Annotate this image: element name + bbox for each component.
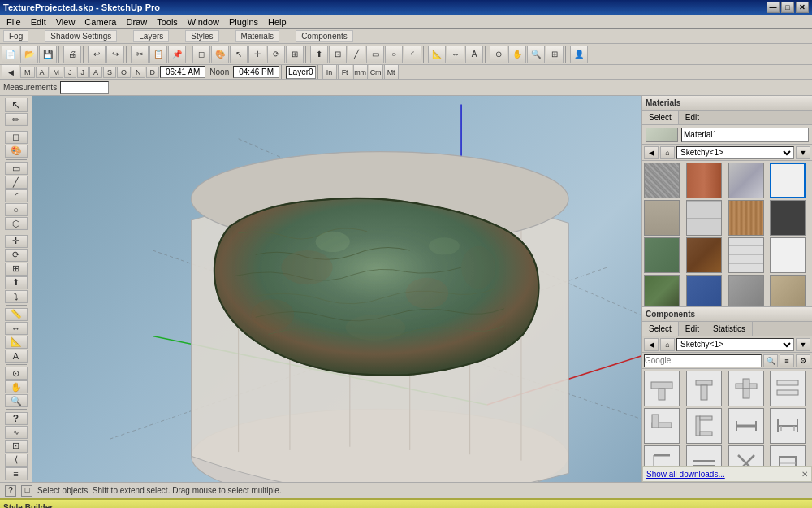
viewport[interactable] xyxy=(32,96,641,482)
texture-thumb-1[interactable] xyxy=(644,163,680,198)
dim-tool[interactable]: ↔ xyxy=(5,322,28,335)
components-tab-statistics[interactable]: Statistics xyxy=(706,322,753,336)
menu-camera[interactable]: Camera xyxy=(80,16,121,28)
comp-dropdown-btn[interactable]: ▼ xyxy=(796,338,810,351)
comp-nav-home[interactable]: ⌂ xyxy=(660,338,675,351)
fog-panel-label[interactable]: Fog xyxy=(3,30,28,42)
comp-thumb-5[interactable] xyxy=(644,408,680,444)
arc-tool[interactable]: ◜ xyxy=(5,189,28,202)
paste-button[interactable]: 📌 xyxy=(168,46,186,63)
undo-button[interactable]: ↩ xyxy=(88,46,106,63)
shadow-panel-label[interactable]: Shadow Settings xyxy=(45,30,117,42)
pushpull-tool[interactable]: ⬆ xyxy=(5,276,28,289)
group-icon[interactable]: ⊡ xyxy=(5,440,28,453)
measurements-input[interactable] xyxy=(60,81,109,94)
tape-button[interactable]: 📐 xyxy=(428,46,446,63)
materials-tab-edit[interactable]: Edit xyxy=(679,111,706,124)
menu-view[interactable]: View xyxy=(51,16,80,28)
copy-button[interactable]: 📋 xyxy=(149,46,167,63)
mm-btn[interactable]: mm xyxy=(353,65,368,80)
month-S[interactable]: S xyxy=(103,67,116,78)
month-D[interactable]: D xyxy=(146,67,160,78)
close-button[interactable]: ✕ xyxy=(796,2,809,13)
comp-thumb-11[interactable] xyxy=(728,445,764,466)
line-tool[interactable]: ╱ xyxy=(5,176,28,189)
cut-button[interactable]: ✂ xyxy=(131,46,149,63)
comp-settings-btn[interactable]: ⚙ xyxy=(796,354,810,367)
materials-nav-back[interactable]: ◀ xyxy=(644,146,659,159)
mt-btn[interactable]: Mt xyxy=(384,65,399,80)
move-tool[interactable]: ✛ xyxy=(5,235,28,248)
materials-nav-home[interactable]: ⌂ xyxy=(660,146,675,159)
texture-thumb-3[interactable] xyxy=(728,163,764,198)
print-button[interactable]: 🖨 xyxy=(63,46,81,63)
layer-select[interactable]: Layer0 xyxy=(286,66,316,79)
orbit-button[interactable]: ⊙ xyxy=(490,46,508,63)
material-name-input[interactable] xyxy=(681,128,809,142)
texture-thumb-11[interactable] xyxy=(728,237,764,273)
texture-thumb-16[interactable] xyxy=(770,275,806,306)
minimize-button[interactable]: — xyxy=(767,2,780,13)
status-help-icon[interactable]: ? xyxy=(5,485,16,497)
window-controls[interactable]: — □ ✕ xyxy=(767,2,809,13)
rect-tool[interactable]: ▭ xyxy=(5,162,28,175)
texture-thumb-6[interactable] xyxy=(686,200,722,236)
extra-icon[interactable]: ≡ xyxy=(5,467,28,480)
rect-button[interactable]: ▭ xyxy=(366,46,384,63)
follow-tool[interactable]: ⤵ xyxy=(5,290,28,303)
texture-thumb-8[interactable] xyxy=(770,200,806,236)
walkthrough-button[interactable]: 👤 xyxy=(570,46,588,63)
poly-tool[interactable]: ⬡ xyxy=(5,217,28,230)
zoom-tool[interactable]: 🔍 xyxy=(5,394,28,407)
comp-thumb-10[interactable] xyxy=(686,445,722,466)
components-tab-select[interactable]: Select xyxy=(642,322,679,336)
materials-nav-menu[interactable]: ▼ xyxy=(796,146,810,159)
ft-btn[interactable]: Ft xyxy=(338,65,352,80)
downloads-close[interactable]: ✕ xyxy=(801,470,808,479)
circle-tool[interactable]: ○ xyxy=(5,203,28,216)
menu-file[interactable]: File xyxy=(2,16,26,28)
texture-thumb-14[interactable] xyxy=(686,275,722,306)
texture-thumb-5[interactable] xyxy=(644,200,680,236)
pan-tool[interactable]: ✋ xyxy=(5,380,28,393)
comp-thumb-2[interactable] xyxy=(686,371,722,406)
protractor-tool[interactable]: 📐 xyxy=(5,336,28,349)
arc-button[interactable]: ◜ xyxy=(404,46,421,63)
comp-dropdown[interactable]: Sketchy<1> xyxy=(676,338,794,351)
comp-thumb-7[interactable] xyxy=(728,408,764,444)
rotate-button[interactable]: ⟳ xyxy=(267,46,285,63)
month-A2[interactable]: A xyxy=(89,67,102,78)
texture-thumb-9[interactable] xyxy=(644,237,680,273)
texture-thumb-13[interactable] xyxy=(644,275,680,306)
orbit-tool[interactable]: ⊙ xyxy=(5,367,28,380)
comp-thumb-9[interactable] xyxy=(644,445,680,466)
month-N[interactable]: N xyxy=(132,67,145,78)
rotate-tool2[interactable]: ⟳ xyxy=(5,249,28,262)
month-O[interactable]: O xyxy=(117,67,131,78)
month-A1[interactable]: A xyxy=(36,67,49,78)
tape-tool[interactable]: 📏 xyxy=(5,308,28,321)
components-tab-edit[interactable]: Edit xyxy=(679,322,706,336)
paint-button[interactable]: 🎨 xyxy=(211,46,229,63)
comp-thumb-1[interactable] xyxy=(644,371,680,406)
month-J1[interactable]: J xyxy=(64,67,76,78)
select-button[interactable]: ↖ xyxy=(230,46,248,63)
menu-window[interactable]: Window xyxy=(183,16,224,28)
texture-thumb-15[interactable] xyxy=(728,275,764,306)
unknown-icon[interactable]: ∿ xyxy=(5,426,28,439)
maximize-button[interactable]: □ xyxy=(781,2,794,13)
layers-panel-label[interactable]: Layers xyxy=(133,30,169,42)
open-button[interactable]: 📂 xyxy=(20,46,38,63)
new-button[interactable]: 📄 xyxy=(2,46,19,63)
comp-search-btn[interactable]: 🔍 xyxy=(763,354,778,367)
redo-button[interactable]: ↪ xyxy=(106,46,124,63)
menu-edit[interactable]: Edit xyxy=(26,16,51,28)
pushpull-button[interactable]: ⬆ xyxy=(310,46,328,63)
cm-btn[interactable]: Cm xyxy=(369,65,383,80)
month-M2[interactable]: M xyxy=(50,67,64,78)
menu-tools[interactable]: Tools xyxy=(152,16,183,28)
comp-thumb-6[interactable] xyxy=(686,408,722,444)
comp-view-btn[interactable]: ≡ xyxy=(780,354,794,367)
materials-tab-select[interactable]: Select xyxy=(642,111,679,124)
offset-button[interactable]: ⊡ xyxy=(329,46,347,63)
